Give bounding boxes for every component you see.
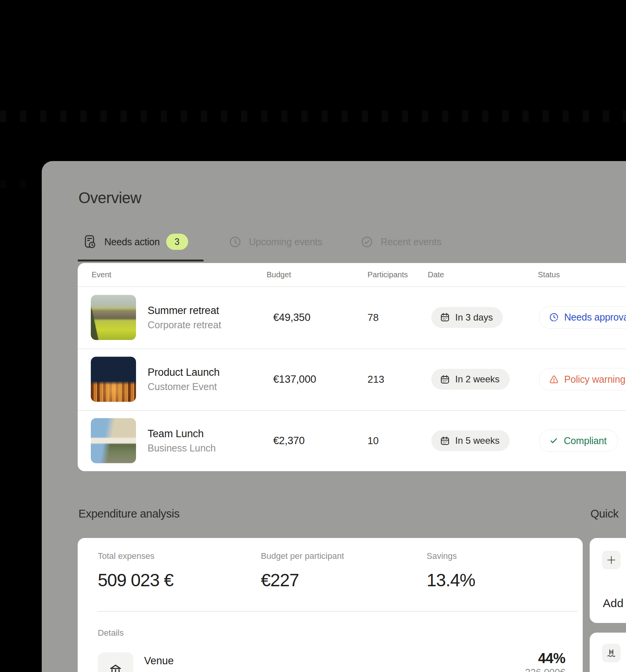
history-clock-icon bbox=[229, 236, 242, 248]
quick-action-add-card[interactable]: Add bbox=[590, 538, 626, 623]
stat-label: Savings bbox=[427, 551, 475, 561]
event-participants: 10 bbox=[367, 435, 379, 447]
status-label: Policy warning bbox=[564, 374, 625, 385]
stat-value: €227 bbox=[261, 570, 344, 591]
status-label: Compliant bbox=[564, 435, 607, 446]
event-subtitle: Customer Event bbox=[148, 381, 219, 392]
detail-row-percent: 44% bbox=[538, 650, 565, 667]
active-tab-underline bbox=[78, 260, 204, 261]
quick-action-label: Add bbox=[603, 597, 623, 610]
status-badge-policy-warning: Policy warning bbox=[539, 368, 626, 390]
event-thumbnail bbox=[91, 295, 136, 340]
stat-total-expenses: Total expenses 509 023 € bbox=[98, 551, 174, 591]
plus-icon[interactable] bbox=[602, 551, 621, 569]
date-chip: In 2 weeks bbox=[431, 369, 510, 390]
divider bbox=[98, 611, 578, 612]
check-icon bbox=[549, 436, 559, 446]
event-budget: €2,370 bbox=[273, 435, 304, 447]
event-participants: 78 bbox=[367, 311, 379, 323]
table-row-team-lunch[interactable]: Team Lunch Business Lunch €2,370 10 In 5… bbox=[78, 410, 626, 471]
check-circle-icon bbox=[361, 236, 373, 248]
column-header-budget: Budget bbox=[267, 270, 291, 279]
expenditure-analysis-card: Total expenses 509 023 € Budget per part… bbox=[78, 538, 583, 672]
status-label: Needs approval bbox=[564, 312, 626, 323]
date-chip: In 3 days bbox=[431, 307, 503, 328]
stat-value: 509 023 € bbox=[98, 570, 174, 591]
event-budget: €137,000 bbox=[273, 373, 316, 385]
table-row-product-launch[interactable]: Product Launch Customer Event €137,000 2… bbox=[78, 348, 626, 410]
needs-action-count-badge: 3 bbox=[166, 234, 188, 250]
document-clock-icon bbox=[82, 234, 98, 250]
column-header-participants: Participants bbox=[367, 270, 408, 279]
stat-value: 13.4% bbox=[427, 570, 475, 591]
stat-label: Budget per participant bbox=[261, 551, 344, 561]
tab-label: Upcoming events bbox=[249, 236, 322, 248]
event-thumbnail bbox=[91, 418, 136, 463]
event-budget: €49,350 bbox=[273, 311, 310, 323]
detail-row-amount: 226 000€ bbox=[525, 667, 565, 672]
column-header-status: Status bbox=[538, 270, 560, 279]
quick-panel-heading: Quick bbox=[590, 507, 619, 520]
screen: Overview Needs action 3 Upcoming events bbox=[0, 0, 626, 672]
quick-action-pool-card[interactable] bbox=[590, 633, 626, 672]
warning-triangle-icon bbox=[549, 374, 559, 385]
date-label: In 5 weeks bbox=[455, 435, 500, 446]
column-header-event: Event bbox=[92, 270, 111, 279]
stat-label: Total expenses bbox=[98, 551, 174, 561]
background-texture bbox=[0, 180, 42, 188]
background-texture bbox=[0, 110, 626, 122]
detail-row-name: Venue bbox=[144, 655, 174, 667]
column-header-date: Date bbox=[428, 270, 444, 279]
stat-savings: Savings 13.4% bbox=[427, 551, 475, 591]
calendar-icon bbox=[440, 436, 450, 446]
venue-building-icon bbox=[98, 652, 133, 672]
tab-recent-events[interactable]: Recent events bbox=[361, 232, 441, 251]
tab-upcoming-events[interactable]: Upcoming events bbox=[229, 232, 322, 251]
expenditure-analysis-heading: Expenditure analysis bbox=[78, 507, 180, 520]
needs-action-table: Event Budget Participants Date Status Su… bbox=[78, 263, 626, 471]
details-heading: Details bbox=[98, 628, 124, 638]
tab-label: Recent events bbox=[381, 236, 441, 248]
tab-needs-action[interactable]: Needs action 3 bbox=[82, 232, 188, 251]
tab-label: Needs action bbox=[104, 236, 160, 248]
pool-ladder-icon[interactable] bbox=[602, 644, 621, 662]
date-label: In 3 days bbox=[455, 312, 493, 323]
date-chip: In 5 weeks bbox=[431, 430, 510, 451]
event-title: Product Launch bbox=[148, 367, 219, 378]
stat-budget-per-participant: Budget per participant €227 bbox=[261, 551, 344, 591]
event-subtitle: Business Lunch bbox=[148, 443, 216, 454]
status-badge-compliant: Compliant bbox=[539, 429, 618, 452]
event-thumbnail bbox=[91, 357, 136, 402]
calendar-icon bbox=[440, 374, 450, 385]
pending-clock-icon bbox=[549, 312, 559, 322]
page-title: Overview bbox=[78, 189, 141, 207]
event-subtitle: Corporate retreat bbox=[148, 319, 221, 330]
event-title: Team Lunch bbox=[148, 428, 216, 440]
event-title: Summer retreat bbox=[148, 304, 221, 316]
date-label: In 2 weeks bbox=[455, 374, 500, 385]
table-row-summer-retreat[interactable]: Summer retreat Corporate retreat €49,350… bbox=[78, 286, 626, 348]
calendar-icon bbox=[440, 312, 450, 322]
status-badge-needs-approval: Needs approval bbox=[539, 306, 626, 329]
event-participants: 213 bbox=[367, 373, 384, 385]
